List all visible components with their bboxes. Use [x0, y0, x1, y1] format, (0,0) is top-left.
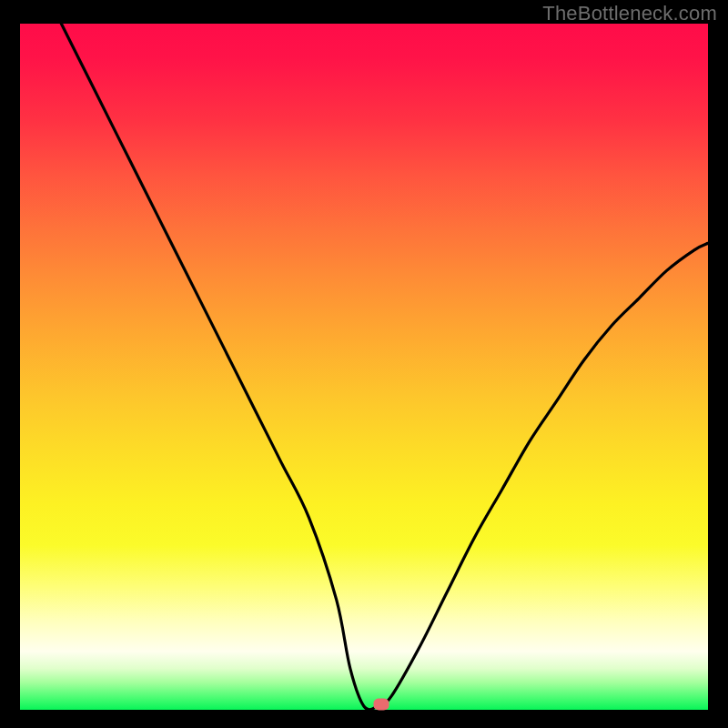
watermark-text: TheBottleneck.com: [542, 2, 717, 25]
current-config-marker: [373, 698, 389, 710]
plot-area: [20, 24, 708, 710]
bottleneck-curve: [20, 24, 708, 710]
chart-frame: TheBottleneck.com: [0, 0, 728, 728]
